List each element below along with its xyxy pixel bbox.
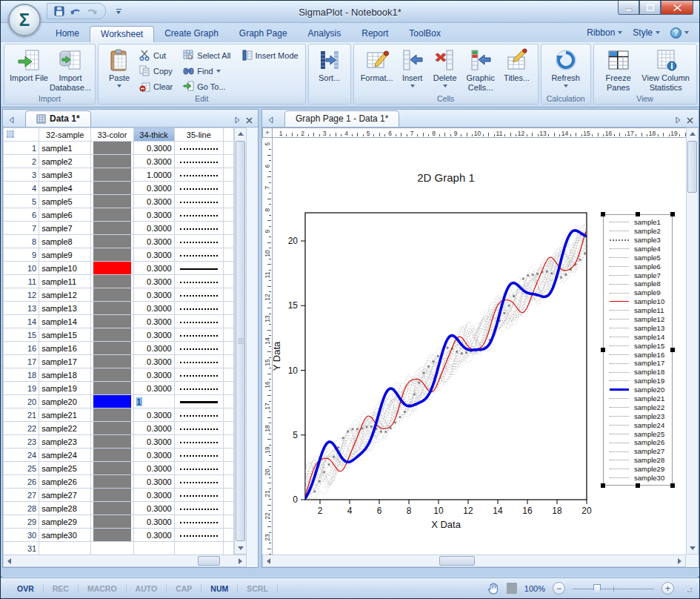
line-style-cell[interactable] [174, 462, 223, 475]
line-style-cell[interactable] [174, 155, 223, 168]
thick-cell[interactable]: 0.3000 [133, 529, 174, 542]
empty-cell[interactable] [223, 248, 233, 262]
color-cell[interactable] [91, 382, 133, 395]
color-cell[interactable] [91, 422, 133, 435]
graph-legend[interactable]: sample1sample2sample3sample4sample5sampl… [603, 214, 673, 486]
row-number[interactable]: 16 [4, 342, 39, 355]
ribbon-menu-button[interactable]: Ribbon [587, 27, 622, 38]
row-number[interactable]: 23 [4, 435, 39, 449]
row-number[interactable]: 9 [4, 248, 39, 262]
color-cell[interactable] [91, 315, 133, 328]
thick-cell[interactable]: 0.3000 [133, 502, 174, 515]
thick-cell[interactable]: 0.3000 [133, 315, 174, 328]
thick-cell[interactable]: 0.3000 [133, 142, 174, 155]
thick-cell[interactable]: 0.3000 [133, 328, 174, 342]
line-style-cell[interactable] [174, 502, 223, 515]
insert-cells-button[interactable]: Insert [396, 47, 429, 94]
column-header-32-sample[interactable]: 32-sample [39, 128, 91, 142]
color-cell[interactable] [91, 288, 133, 302]
color-cell[interactable] [91, 355, 133, 368]
line-style-cell[interactable] [174, 262, 223, 275]
line-style-cell[interactable] [174, 235, 223, 248]
minimize-button[interactable] [618, 1, 639, 15]
thick-cell[interactable]: 0.3000 [133, 275, 174, 288]
sample-cell[interactable]: sample26 [39, 475, 91, 489]
graph-page-canvas[interactable]: 2D Graph 1246810121416182005101520X Data… [273, 138, 687, 555]
status-toggle-auto[interactable]: AUTO [127, 584, 167, 593]
paste-button[interactable]: Paste [102, 47, 136, 94]
sample-cell[interactable]: sample24 [39, 449, 91, 462]
row-number[interactable]: 27 [4, 489, 39, 502]
row-number[interactable]: 31 [4, 542, 39, 555]
color-cell[interactable] [91, 235, 133, 248]
row-number[interactable]: 8 [4, 235, 39, 248]
line-style-cell[interactable] [174, 248, 223, 262]
thick-cell[interactable]: 0.3000 [133, 515, 174, 529]
sample-cell[interactable]: sample30 [39, 529, 91, 542]
color-cell[interactable] [91, 142, 133, 155]
status-toggle-cap[interactable]: CAP [167, 584, 201, 593]
prev-page-arrow[interactable] [265, 113, 276, 127]
sample-cell[interactable]: sample15 [39, 328, 91, 342]
color-cell[interactable] [91, 302, 133, 315]
empty-cell[interactable] [223, 475, 233, 489]
color-cell[interactable] [91, 275, 133, 288]
select-all-corner[interactable] [4, 128, 39, 142]
worksheet-hscrollbar[interactable] [3, 555, 247, 567]
sample-cell[interactable]: sample8 [39, 235, 91, 248]
row-number[interactable]: 29 [4, 515, 39, 529]
worksheet-vscrollbar[interactable] [234, 128, 247, 555]
thick-cell[interactable]: 0.3000 [133, 262, 174, 275]
zoom-slider-thumb[interactable] [593, 584, 601, 594]
row-number[interactable]: 12 [4, 288, 39, 302]
format-cells-button[interactable]: Format... [358, 47, 396, 94]
status-toggle-num[interactable]: NUM [201, 584, 238, 593]
selection-handle[interactable] [601, 212, 605, 216]
thick-cell[interactable]: 0.3000 [133, 422, 174, 435]
empty-cell[interactable] [223, 502, 233, 515]
color-cell[interactable] [91, 395, 133, 408]
sample-cell[interactable]: sample18 [39, 368, 91, 382]
sample-cell[interactable]: sample28 [39, 502, 91, 515]
sample-cell[interactable]: sample19 [39, 382, 91, 395]
selection-handle[interactable] [636, 212, 640, 216]
thick-cell[interactable]: 0.3000 [133, 355, 174, 368]
color-cell[interactable] [91, 168, 133, 182]
empty-cell[interactable] [223, 275, 233, 288]
color-cell[interactable] [91, 208, 133, 222]
empty-cell[interactable] [223, 328, 233, 342]
thick-cell[interactable]: 0.3000 [133, 449, 174, 462]
sample-cell[interactable]: sample11 [39, 275, 91, 288]
color-cell[interactable] [91, 155, 133, 168]
empty-cell[interactable] [223, 435, 233, 449]
delete-cells-button[interactable]: Delete [429, 47, 461, 94]
row-number[interactable]: 11 [4, 275, 39, 288]
color-cell[interactable] [91, 529, 133, 542]
row-number[interactable]: 18 [4, 368, 39, 382]
sample-cell[interactable]: sample7 [39, 222, 91, 235]
empty-cell[interactable] [223, 315, 233, 328]
sample-cell[interactable]: sample22 [39, 422, 91, 435]
row-number[interactable]: 5 [4, 195, 39, 208]
freeze-panes-button[interactable]: Freeze Panes [598, 47, 639, 94]
resize-grip[interactable] [684, 585, 692, 592]
ribbon-tab-home[interactable]: Home [45, 26, 90, 42]
color-cell[interactable] [91, 182, 133, 195]
row-number[interactable]: 19 [4, 382, 39, 395]
color-cell[interactable] [91, 449, 133, 462]
empty-cell[interactable] [223, 208, 233, 222]
row-number[interactable]: 2 [4, 155, 39, 168]
zoom-slider[interactable] [573, 583, 654, 594]
empty-cell[interactable] [223, 222, 233, 235]
color-cell[interactable] [91, 195, 133, 208]
row-number[interactable]: 14 [4, 315, 39, 328]
status-toggle-rec[interactable]: REC [44, 584, 79, 593]
line-style-cell[interactable] [174, 315, 223, 328]
thick-cell[interactable]: 0.3000 [133, 302, 174, 315]
row-number[interactable]: 28 [4, 502, 39, 515]
thick-cell[interactable]: 0.3000 [133, 248, 174, 262]
line-style-cell[interactable] [174, 408, 223, 422]
line-style-cell[interactable] [174, 275, 223, 288]
next-page-arrow[interactable] [673, 113, 684, 127]
empty-cell[interactable] [223, 529, 233, 542]
